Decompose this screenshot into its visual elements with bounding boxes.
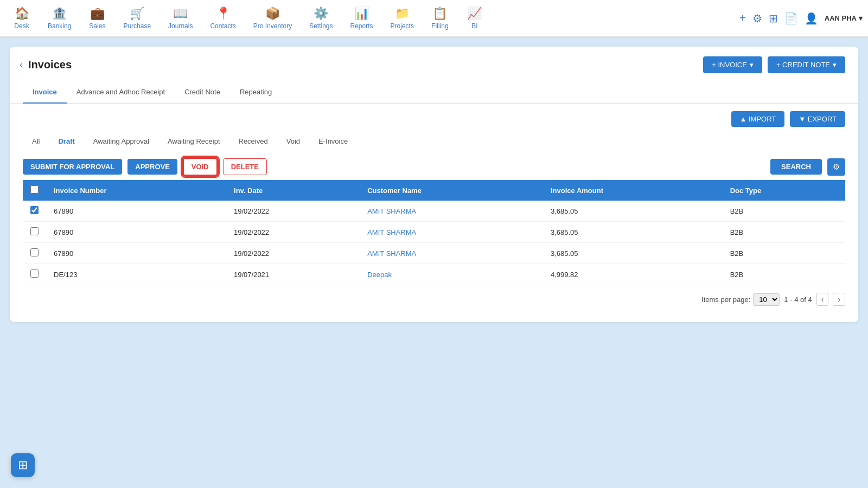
row-checkbox-cell[interactable] <box>23 264 46 285</box>
tab-credit-note[interactable]: Credit Note <box>175 81 230 104</box>
approve-button[interactable]: APPROVE <box>127 159 177 175</box>
gear-settings-button[interactable]: ⚙ <box>827 158 845 176</box>
projects-icon: 📁 <box>395 7 410 21</box>
invoice-button[interactable]: + INVOICE ▾ <box>703 56 762 73</box>
nav-reports-label: Reports <box>350 22 373 30</box>
table-body: 67890 19/02/2022 AMIT SHARMA 3,685.05 B2… <box>23 201 845 285</box>
bi-icon: 📈 <box>467 7 482 21</box>
nav-projects-label: Projects <box>391 22 414 30</box>
table-row: 67890 19/02/2022 AMIT SHARMA 3,685.05 B2… <box>23 201 845 222</box>
main-content: ‹ Invoices + INVOICE ▾ + CREDIT NOTE ▾ I… <box>10 47 858 322</box>
nav-pro-inventory[interactable]: 📦 Pro Inventory <box>246 3 299 33</box>
cell-customer-name[interactable]: AMIT SHARMA <box>360 222 543 243</box>
row-checkbox-cell[interactable] <box>23 201 46 222</box>
nav-bi[interactable]: 📈 BI <box>458 3 491 33</box>
prev-page-button[interactable]: ‹ <box>816 293 829 306</box>
main-tabs: Invoice Advance and Adhoc Receipt Credit… <box>10 81 858 104</box>
cell-inv-date: 19/02/2022 <box>226 201 360 222</box>
nav-desk[interactable]: 🏠 Desk <box>5 3 38 33</box>
delete-button[interactable]: DELETE <box>223 158 267 175</box>
next-page-button[interactable]: › <box>833 293 845 306</box>
row-checkbox-cell[interactable] <box>23 222 46 243</box>
cell-customer-name[interactable]: AMIT SHARMA <box>360 243 543 264</box>
void-button[interactable]: VOID <box>183 158 218 176</box>
filter-tabs: All Draft Awaiting Approval Awaiting Rec… <box>10 131 858 153</box>
search-button[interactable]: SEARCH <box>770 159 822 175</box>
add-button[interactable]: + <box>739 12 746 24</box>
nav-journals[interactable]: 📖 Journals <box>161 3 200 33</box>
row-checkbox-cell[interactable] <box>23 243 46 264</box>
pro-inventory-icon: 📦 <box>265 7 280 21</box>
row-checkbox[interactable] <box>30 269 39 278</box>
tab-invoice[interactable]: Invoice <box>23 81 67 104</box>
settings-icon: ⚙️ <box>314 7 328 21</box>
cell-inv-date: 19/02/2022 <box>226 243 360 264</box>
cell-customer-name[interactable]: Deepak <box>360 264 543 285</box>
filter-awaiting-receipt[interactable]: Awaiting Receipt <box>158 133 229 149</box>
nav-sales[interactable]: 💼 Sales <box>81 3 113 33</box>
select-all-checkbox[interactable] <box>30 185 39 194</box>
cell-invoice-amount: 3,685.05 <box>543 243 723 264</box>
nav-reports[interactable]: 📊 Reports <box>343 3 381 33</box>
reports-icon: 📊 <box>354 7 369 21</box>
nav-items: 🏠 Desk 🏦 Banking 💼 Sales 🛒 Purchase 📖 Jo… <box>5 3 739 33</box>
banking-icon: 🏦 <box>52 7 67 21</box>
page-title: Invoices <box>28 59 72 71</box>
select-all-cell[interactable] <box>23 180 46 201</box>
user-avatar[interactable]: 👤 <box>805 12 818 25</box>
page-header-right: + INVOICE ▾ + CREDIT NOTE ▾ <box>703 56 845 73</box>
invoice-dropdown-icon: ▾ <box>750 61 754 69</box>
filter-draft[interactable]: Draft <box>49 133 84 149</box>
col-invoice-amount: Invoice Amount <box>543 180 723 201</box>
credit-note-button[interactable]: + CREDIT NOTE ▾ <box>768 56 845 73</box>
filter-all[interactable]: All <box>23 133 49 149</box>
nav-settings[interactable]: ⚙️ Settings <box>302 3 340 33</box>
invoice-button-label: + INVOICE <box>712 61 747 69</box>
page-range-label: 1 - 4 of 4 <box>784 296 812 304</box>
nav-projects[interactable]: 📁 Projects <box>383 3 422 33</box>
cell-invoice-number: 67890 <box>46 243 226 264</box>
tab-repeating[interactable]: Repeating <box>230 81 282 104</box>
nav-settings-label: Settings <box>309 22 333 30</box>
credit-note-button-label: + CREDIT NOTE <box>776 61 830 69</box>
table-header-row: Invoice Number Inv. Date Customer Name I… <box>23 180 845 201</box>
nav-contacts[interactable]: 📍 Contacts <box>202 3 243 33</box>
cell-customer-name[interactable]: AMIT SHARMA <box>360 201 543 222</box>
nav-desk-label: Desk <box>14 22 29 30</box>
bottom-grid-button[interactable]: ⊞ <box>11 453 35 477</box>
row-checkbox[interactable] <box>30 248 39 256</box>
submit-for-approval-button[interactable]: SUBMIT FOR APPROVAL <box>23 159 122 175</box>
purchase-icon: 🛒 <box>130 7 144 21</box>
nav-sales-label: Sales <box>89 22 105 30</box>
cell-invoice-amount: 3,685.05 <box>543 201 723 222</box>
nav-purchase-label: Purchase <box>123 22 151 30</box>
cell-invoice-number: 67890 <box>46 201 226 222</box>
nav-purchase[interactable]: 🛒 Purchase <box>116 3 158 33</box>
back-button[interactable]: ‹ <box>20 59 23 70</box>
cell-invoice-number: 67890 <box>46 222 226 243</box>
doc-button[interactable]: 📄 <box>784 12 798 25</box>
nav-filling[interactable]: 📋 Filling <box>424 3 456 33</box>
import-button[interactable]: ▲ IMPORT <box>731 111 785 127</box>
top-navigation: 🏠 Desk 🏦 Banking 💼 Sales 🛒 Purchase 📖 Jo… <box>0 0 868 37</box>
tab-advance[interactable]: Advance and Adhoc Receipt <box>67 81 175 104</box>
nav-bi-label: BI <box>471 22 477 30</box>
filter-void[interactable]: Void <box>277 133 309 149</box>
cell-invoice-number: DE/123 <box>46 264 226 285</box>
nav-right: + ⚙ ⊞ 📄 👤 AAN PHA ▾ <box>739 12 863 25</box>
items-per-page-select[interactable]: 10 25 50 <box>753 293 780 306</box>
settings-button[interactable]: ⚙ <box>752 12 762 25</box>
nav-banking[interactable]: 🏦 Banking <box>40 3 79 33</box>
filter-received[interactable]: Received <box>229 133 277 149</box>
grid-button[interactable]: ⊞ <box>769 12 778 25</box>
user-dropdown-icon: ▾ <box>859 14 863 22</box>
nav-journals-label: Journals <box>168 22 193 30</box>
cell-doc-type: B2B <box>723 243 845 264</box>
filter-awaiting-approval[interactable]: Awaiting Approval <box>84 133 158 149</box>
export-button[interactable]: ▼ EXPORT <box>790 111 845 127</box>
row-checkbox[interactable] <box>30 206 39 214</box>
row-checkbox[interactable] <box>30 227 39 235</box>
user-menu[interactable]: AAN PHA ▾ <box>825 14 863 22</box>
filter-e-invoice[interactable]: E-Invoice <box>309 133 357 149</box>
page-header-left: ‹ Invoices <box>20 59 72 71</box>
